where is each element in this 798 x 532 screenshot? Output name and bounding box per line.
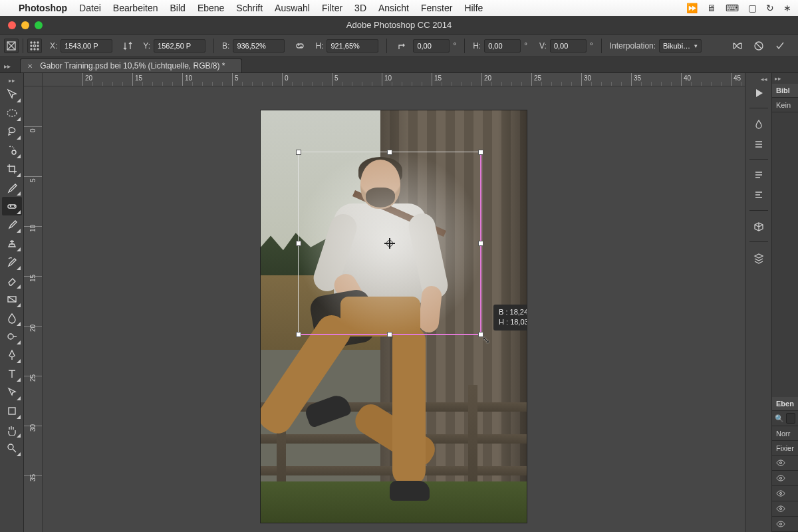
bluetooth-icon[interactable]: ∗: [783, 3, 791, 13]
layers-filter-row[interactable]: 🔍: [772, 411, 798, 426]
cancel-transform-icon[interactable]: [751, 39, 766, 53]
visibility-icon[interactable]: [776, 489, 785, 498]
path-select-tool[interactable]: [2, 383, 22, 402]
app-menu[interactable]: Photoshop: [19, 3, 67, 13]
mac-menu-bar: Photoshop Datei Bearbeiten Bild Ebene Sc…: [0, 0, 798, 16]
svg-point-18: [780, 462, 782, 464]
move-tool[interactable]: [2, 85, 22, 104]
right-panel-collapse-icon[interactable]: ▸▸: [772, 73, 798, 84]
search-icon: 🔍: [775, 414, 784, 423]
brush-presets-panel-icon[interactable]: [749, 135, 769, 154]
crop-tool[interactable]: [2, 160, 22, 178]
menu-fenster[interactable]: Fenster: [421, 3, 452, 13]
blur-tool[interactable]: [2, 309, 22, 327]
canvas-area[interactable]: 2015105051015202530354045 05101520253035: [24, 73, 745, 532]
zoom-tool[interactable]: [2, 439, 22, 458]
layers-panel-tab[interactable]: Eben: [772, 397, 798, 411]
visibility-icon[interactable]: [776, 519, 785, 529]
layer-row-5[interactable]: [772, 517, 798, 532]
dodge-tool[interactable]: [2, 327, 22, 346]
menu-bearbeiten[interactable]: Bearbeiten: [113, 3, 158, 13]
clone-stamp-tool[interactable]: [2, 234, 22, 253]
shape-tool[interactable]: [2, 402, 22, 420]
svg-point-4: [31, 45, 32, 47]
rotate-field[interactable]: 0,00: [413, 39, 450, 53]
swap-xy-icon[interactable]: [120, 39, 135, 53]
window-title: Adobe Photoshop CC 2014: [0, 20, 798, 30]
layer-row-2[interactable]: [772, 471, 798, 486]
display-icon[interactable]: 🖥: [707, 3, 716, 13]
layer-row-1[interactable]: [772, 456, 798, 471]
skew-h-field[interactable]: 0,00: [484, 39, 521, 53]
tool-panel: ▸▸: [0, 73, 24, 532]
svg-point-8: [34, 49, 35, 50]
menu-bild[interactable]: Bild: [170, 3, 186, 13]
marquee-tool[interactable]: [2, 104, 22, 122]
libraries-panel-tab[interactable]: Bibl: [772, 84, 798, 98]
interpolation-dropdown[interactable]: Bikubi…: [659, 39, 702, 53]
quick-select-tool[interactable]: [2, 141, 22, 160]
menu-schrift[interactable]: Schrift: [236, 3, 263, 13]
x-field[interactable]: 1543,00 P: [61, 39, 112, 53]
layers-filter-input[interactable]: [786, 413, 795, 424]
reference-point-icon[interactable]: [27, 39, 42, 53]
svg-point-2: [34, 42, 35, 43]
tool-panel-expander-icon[interactable]: ▸▸: [9, 76, 15, 85]
workspace: ▸▸ 2015105051015202530354045 05101520253…: [0, 73, 798, 532]
menu-hilfe[interactable]: Hilfe: [464, 3, 483, 13]
document-artboard[interactable]: ⤡ B : 18,24 cm H : 18,03 cm: [261, 110, 527, 523]
warp-mode-icon[interactable]: [730, 39, 745, 53]
tab-bar-expander-icon[interactable]: ▸▸: [4, 63, 11, 70]
paragraph-panel-icon[interactable]: [749, 166, 769, 185]
gradient-tool[interactable]: [2, 290, 22, 309]
play-action-icon[interactable]: [749, 84, 769, 102]
libraries-none-row[interactable]: Kein: [772, 98, 798, 112]
eyedropper-tool[interactable]: [2, 178, 22, 197]
airplay-icon[interactable]: ▢: [748, 3, 757, 13]
menu-ebene[interactable]: Ebene: [198, 3, 224, 13]
menu-filter[interactable]: Filter: [322, 3, 342, 13]
layer-row-3[interactable]: [772, 486, 798, 501]
type-tool[interactable]: [2, 364, 22, 383]
menu-auswahl[interactable]: Auswahl: [275, 3, 310, 13]
hand-tool[interactable]: [2, 420, 22, 439]
lock-row[interactable]: Fixier: [772, 441, 798, 456]
document-tab-bar: ▸▸ Gabor Training.psd bei 10,5% (Lichtqu…: [0, 57, 798, 73]
brush-panel-icon[interactable]: [749, 115, 769, 134]
pen-tool[interactable]: [2, 346, 22, 364]
visibility-icon[interactable]: [776, 458, 785, 467]
blend-mode-dropdown[interactable]: Norr: [772, 426, 798, 441]
keyboard-icon[interactable]: ⌨: [726, 3, 739, 13]
window-title-bar: Adobe Photoshop CC 2014: [0, 16, 798, 35]
timemachine-icon[interactable]: ↻: [766, 3, 774, 13]
menu-datei[interactable]: Datei: [79, 3, 101, 13]
document-tab[interactable]: Gabor Training.psd bei 10,5% (Lichtquell…: [20, 59, 242, 72]
svg-point-11: [7, 110, 17, 116]
panel-strip-collapse-icon[interactable]: ◂◂: [761, 76, 771, 82]
3d-panel-icon[interactable]: [749, 217, 769, 236]
history-brush-tool[interactable]: [2, 253, 22, 271]
y-label: Y:: [143, 41, 150, 51]
visibility-icon[interactable]: [776, 473, 785, 483]
ruler-origin[interactable]: [24, 73, 43, 86]
menu-ansicht[interactable]: Ansicht: [378, 3, 409, 13]
ruler-vertical[interactable]: 05101520253035: [24, 86, 43, 532]
character-panel-icon[interactable]: [749, 186, 769, 205]
brush-tool[interactable]: [2, 215, 22, 234]
height-field[interactable]: 921,65%: [327, 39, 378, 53]
lasso-tool[interactable]: [2, 122, 22, 141]
y-field[interactable]: 1562,50 P: [154, 39, 205, 53]
healing-brush-tool[interactable]: [2, 197, 22, 215]
commit-transform-icon[interactable]: [773, 39, 787, 53]
visibility-icon[interactable]: [776, 504, 785, 513]
width-field[interactable]: 936,52%: [233, 39, 285, 53]
skew-v-field[interactable]: 0,00: [550, 39, 587, 53]
link-aspect-icon[interactable]: [293, 39, 307, 53]
layers-panel-icon[interactable]: [749, 249, 769, 267]
layer-row-4[interactable]: [772, 501, 798, 517]
menu-3d[interactable]: 3D: [354, 3, 366, 13]
ruler-horizontal[interactable]: 2015105051015202530354045: [43, 73, 745, 86]
eraser-tool[interactable]: [2, 271, 22, 290]
fast-forward-icon[interactable]: ⏩: [686, 3, 698, 13]
transform-tool-icon[interactable]: [4, 39, 19, 53]
